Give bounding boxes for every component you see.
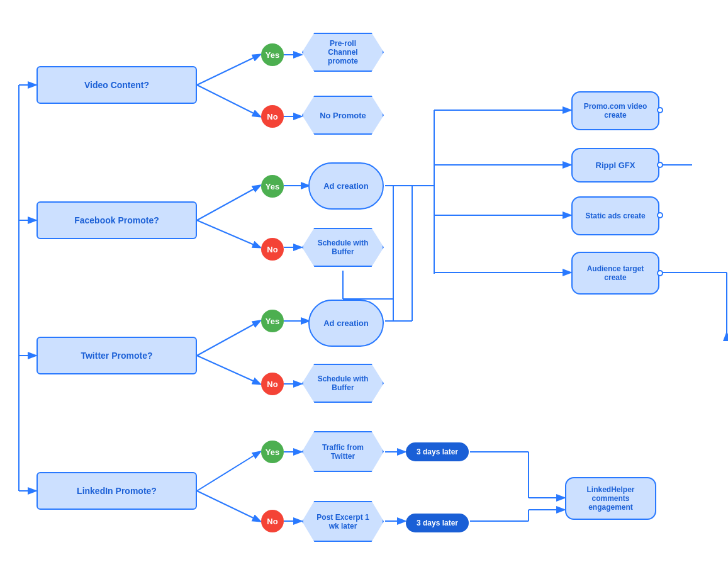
ad-creation-tw-node: Ad creation <box>308 300 384 347</box>
rippl-gfx-node: Rippl GFX <box>571 148 659 183</box>
svg-line-6 <box>197 220 260 247</box>
no2-circle: No <box>261 238 284 261</box>
schedule-buffer-fb-label: Schedule with Buffer <box>315 239 371 256</box>
yes3-circle: Yes <box>261 310 284 332</box>
days-later-1-pill: 3 days later <box>406 442 469 461</box>
svg-line-10 <box>197 321 260 356</box>
yes3-label: Yes <box>266 317 279 326</box>
static-ads-dot <box>657 212 663 218</box>
static-ads-label: Static ads create <box>585 211 645 220</box>
no3-circle: No <box>261 373 284 395</box>
twitter-promote-label: Twitter Promote? <box>81 351 152 361</box>
svg-line-11 <box>197 356 260 384</box>
no1-label: No <box>267 112 277 121</box>
rippl-gfx-dot <box>657 162 663 168</box>
ad-creation-fb-label: Ad creation <box>323 181 369 191</box>
linkedhelper-node: LinkedHelper comments engagement <box>565 477 656 520</box>
linkedhelper-label: LinkedHelper comments engagement <box>574 485 647 512</box>
schedule-buffer-tw-label: Schedule with Buffer <box>315 374 371 392</box>
post-excerpt-node: Post Excerpt 1 wk later <box>302 501 384 542</box>
video-content-node: Video Content? <box>36 66 197 104</box>
preroll-node: Pre-roll Channel promote <box>302 33 384 72</box>
days-later-2-label: 3 days later <box>417 519 458 527</box>
promo-video-node: Promo.com video create <box>571 91 659 130</box>
svg-line-5 <box>197 186 260 220</box>
traffic-twitter-node: Traffic from Twitter <box>302 431 384 472</box>
rippl-gfx-label: Rippl GFX <box>596 160 636 170</box>
promo-video-dot <box>657 107 663 113</box>
facebook-promote-node: Facebook Promote? <box>36 201 197 239</box>
yes1-circle: Yes <box>261 43 284 66</box>
linkedin-promote-label: LinkedIn Promote? <box>77 486 157 496</box>
twitter-promote-node: Twitter Promote? <box>36 337 197 374</box>
static-ads-node: Static ads create <box>571 196 659 235</box>
video-content-label: Video Content? <box>84 80 149 90</box>
svg-line-15 <box>197 452 260 491</box>
no4-label: No <box>267 517 277 526</box>
yes4-circle: Yes <box>261 441 284 463</box>
yes2-label: Yes <box>266 182 279 191</box>
audience-target-dot <box>657 270 663 276</box>
linkedin-promote-node: LinkedIn Promote? <box>36 472 197 510</box>
no1-circle: No <box>261 105 284 128</box>
audience-target-label: Audience target create <box>580 264 651 282</box>
schedule-buffer-fb-node: Schedule with Buffer <box>302 228 384 267</box>
preroll-label: Pre-roll Channel promote <box>315 39 371 65</box>
no4-circle: No <box>261 510 284 532</box>
post-excerpt-label: Post Excerpt 1 wk later <box>315 513 371 531</box>
svg-line-1 <box>197 85 260 116</box>
yes4-label: Yes <box>266 447 279 457</box>
ad-creation-tw-label: Ad creation <box>323 318 369 328</box>
svg-line-16 <box>197 491 260 521</box>
facebook-promote-label: Facebook Promote? <box>74 215 159 225</box>
audience-target-node: Audience target create <box>571 252 659 295</box>
days-later-2-pill: 3 days later <box>406 514 469 532</box>
yes2-circle: Yes <box>261 175 284 198</box>
traffic-twitter-label: Traffic from Twitter <box>315 443 371 461</box>
svg-line-0 <box>197 55 260 85</box>
flowchart-canvas: Video Content? Facebook Promote? Twitter… <box>0 0 728 562</box>
yes1-label: Yes <box>266 50 279 60</box>
no-promote-label: No Promote <box>320 111 366 120</box>
schedule-buffer-tw-node: Schedule with Buffer <box>302 364 384 403</box>
days-later-1-label: 3 days later <box>417 447 458 456</box>
no3-label: No <box>267 379 277 389</box>
ad-creation-fb-node: Ad creation <box>308 162 384 210</box>
no-promote-node: No Promote <box>302 96 384 135</box>
no2-label: No <box>267 245 277 254</box>
promo-video-label: Promo.com video create <box>580 102 651 120</box>
